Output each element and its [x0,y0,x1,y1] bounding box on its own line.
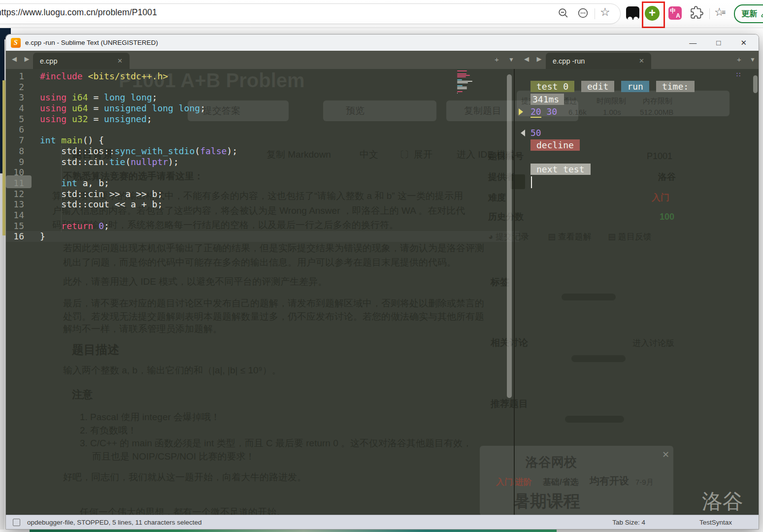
new-tab-button-left[interactable]: + [495,55,499,64]
tab-nav-arrows-left-pane[interactable]: ◀ ▶ [12,55,33,63]
text-cursor [531,176,532,188]
translate-icon-en: A [676,12,680,19]
tab-ecpp[interactable]: e.cpp ✕ [33,53,130,69]
line-number: 8 [6,146,24,157]
window-title: e.cpp -run - Sublime Text (UNREGISTERED) [25,39,158,46]
code-line: 7int main() { [6,135,519,146]
code-editor-pane[interactable]: 1#include <bits/stdc++.h>23using i64 = l… [6,69,519,515]
line-number: 6 [6,124,24,135]
minimap[interactable] [457,70,486,100]
tab-bar: ◀ ▶ e.cpp ✕ + ▼ ◀ ▶ e.cpp -run ✕ + ▼ [6,51,759,69]
line-number: 5 [6,114,24,125]
maximize-button[interactable]: □ [716,38,721,47]
code-line: 5using u32 = unsigned; [6,114,519,125]
code-line: 12 std::cin >> a >> b; [6,189,519,200]
toolbar-separator [595,8,595,19]
pane-divider[interactable] [514,69,515,515]
update-label: 更新 [741,9,757,19]
code-line: 10 [6,167,519,178]
run-output-pane[interactable]: test 0 edit run time: 341ms 20 30 50 dec… [515,69,759,515]
browser-toolbar: https://www.luogu.com.cn/problem/P1001 ☆… [0,0,763,28]
url-text[interactable]: https://www.luogu.com.cn/problem/P1001 [0,7,157,18]
editor-area: P1001 A+B Problem提交答案预览复制题目复制 Markdown中文… [6,69,759,515]
tab-nav-arrows-right-pane[interactable]: ◀ ▶ [524,55,545,63]
tab-ecpp-run[interactable]: e.cpp -run ✕ [546,53,651,69]
page-ghost-ad-strip [30,530,557,532]
code-line: 1#include <bits/stdc++.h> [6,71,519,82]
tab-dropdown-left[interactable]: ▼ [508,56,514,63]
red-highlight-box [642,1,665,28]
tab-size-indicator[interactable]: Tab Size: 4 [612,519,645,526]
dark-extension-icon[interactable] [626,6,639,20]
time-label: time: [656,81,695,92]
sublime-window: S e.cpp -run - Sublime Text (UNREGISTERE… [5,34,759,530]
code-line: 15 return 0; [6,221,519,232]
update-button[interactable]: 更新 [734,4,763,23]
line-number: 15 [6,221,24,232]
page-ghost-scrollbar [507,74,512,398]
code-lines: 1#include <bits/stdc++.h>23using i64 = l… [6,71,519,242]
next-test-button[interactable]: next test [531,164,591,175]
extensions-puzzle-icon[interactable] [690,6,703,19]
status-message: opdebugger-file, STOPPED, 5 lines, 11 ch… [27,519,201,526]
tab-close-icon[interactable]: ✕ [629,57,644,65]
line-number: 2 [6,82,24,93]
status-bar: opdebugger-file, STOPPED, 5 lines, 11 ch… [6,515,759,529]
tab-close-icon[interactable]: ✕ [107,57,123,65]
bookmark-star-icon[interactable]: ☆ [600,5,610,19]
code-line: 16} [6,231,519,242]
tab-dropdown-right[interactable]: ▼ [750,56,756,63]
rest-input: 30 [541,106,558,117]
line-number: 13 [6,199,24,210]
edit-button[interactable]: edit [581,81,614,92]
tool-icon [761,9,763,18]
new-tab-button-right[interactable]: + [737,55,741,64]
code-line: 9 std::cin.tie(nullptr); [6,157,519,167]
code-line: 14 [6,210,519,221]
syntax-indicator[interactable]: TestSyntax [699,519,732,526]
tab-ecpp-run-label: e.cpp -run [553,57,585,65]
code-line: 2 [6,82,519,93]
input-marker-icon [519,108,523,115]
code-line: 4using u64 = unsigned long long; [6,103,519,114]
code-line: 6 [6,124,519,135]
code-line: 11 int a, b; [6,178,519,189]
tab-ecpp-label: e.cpp [40,57,57,65]
code-line: 8 std::ios::sync_with_stdio(false); [6,146,519,157]
line-number: 3 [6,92,24,103]
window-titlebar[interactable]: S e.cpp -run - Sublime Text (UNREGISTERE… [6,34,759,51]
line-number: 7 [6,135,24,146]
line-number: 16 [6,231,24,242]
time-value: 341ms [531,94,564,105]
toolbar-separator [709,8,710,19]
test-input-line[interactable]: 20 30 [531,106,557,117]
translate-icon[interactable]: 中 A [668,6,682,20]
status-panel-icon[interactable] [13,519,20,526]
line-number: 1 [6,71,24,82]
line-number: 14 [6,210,24,221]
more-options-icon[interactable] [577,7,589,19]
collections-icon[interactable]: ☆≡ [714,5,729,19]
minimize-button[interactable]: — [689,38,697,47]
sublime-logo-icon: S [11,38,21,48]
zoom-out-icon[interactable] [557,7,569,19]
selected-input: 20 [531,106,541,118]
run-pane-scrollbar[interactable] [753,75,758,93]
code-line: 13 std::cout << a + b; [6,199,519,210]
line-number: 12 [6,189,24,200]
line-number: 10 [6,167,24,178]
test-0-button[interactable]: test 0 [531,81,574,92]
translate-icon-cn: 中 [670,7,676,15]
test-output-value: 50 [531,128,541,138]
output-marker-icon [521,130,525,136]
collections-lines: ≡ [722,8,726,16]
line-number: 9 [6,157,24,167]
code-line: 3using i64 = long long; [6,92,519,103]
run-button[interactable]: run [621,81,649,92]
line-number: 4 [6,103,24,114]
line-number: 11 [6,178,24,189]
close-button[interactable]: ✕ [740,38,747,47]
decline-button[interactable]: decline [531,139,580,151]
